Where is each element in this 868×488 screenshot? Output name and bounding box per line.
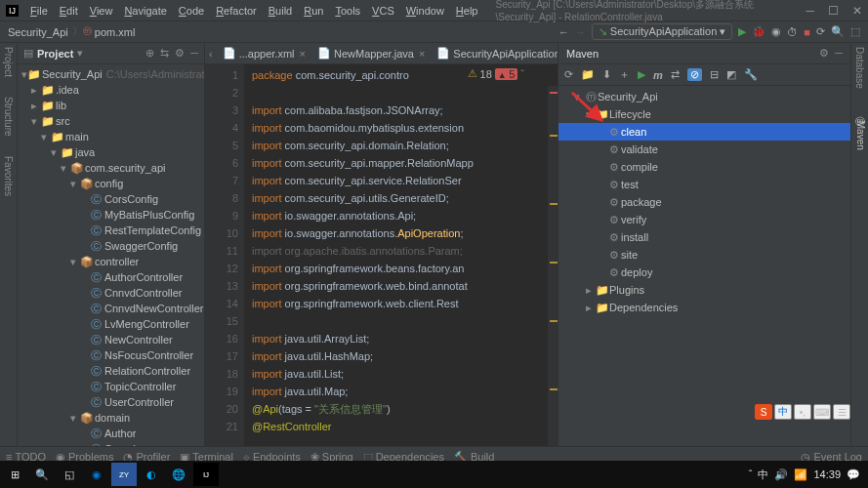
- reload-icon[interactable]: ⟳: [564, 68, 573, 81]
- maven-node-plugins[interactable]: ▸📁Plugins: [558, 281, 850, 299]
- back-icon[interactable]: ←: [558, 26, 569, 38]
- maven-tool-button[interactable]: ⓜ Maven: [853, 108, 867, 150]
- download-icon[interactable]: ⬇: [602, 68, 611, 81]
- ime-keyboard-icon[interactable]: ⌨: [813, 404, 831, 420]
- maven-node-verify[interactable]: ⚙verify: [558, 211, 850, 228]
- maven-node-site[interactable]: ⚙site: [558, 246, 850, 264]
- run-icon[interactable]: ▶: [738, 25, 746, 38]
- app-shortcut[interactable]: ◉: [84, 463, 109, 486]
- error-stripe[interactable]: [548, 86, 558, 446]
- inspection-badge[interactable]: ⚠18 ▲ 5 ˇ: [468, 67, 524, 80]
- generate-icon[interactable]: 📁: [581, 68, 595, 81]
- maven-node-security_api[interactable]: ▾ⓜSecurity_Api: [558, 88, 850, 105]
- ime-logo-icon[interactable]: S: [755, 404, 772, 420]
- coverage-icon[interactable]: ◉: [771, 25, 781, 38]
- maven-node-dependencies[interactable]: ▸📁Dependencies: [558, 299, 850, 316]
- debug-icon[interactable]: 🐞: [752, 25, 765, 38]
- tray-lang-icon[interactable]: 中: [758, 468, 768, 482]
- source-code[interactable]: package com.security_api.contro import c…: [244, 64, 558, 446]
- add-icon[interactable]: ＋: [619, 67, 630, 82]
- app-shortcut[interactable]: ZY: [111, 463, 137, 486]
- show-deps-icon[interactable]: ◩: [726, 68, 736, 81]
- tree-node[interactable]: ▾📦controller: [18, 254, 204, 269]
- tree-node[interactable]: ▾📦com.security_api: [18, 160, 204, 176]
- tree-node[interactable]: ⒸMyBatisPlusConfig: [18, 207, 204, 223]
- tree-node[interactable]: ⒸCnnvdNewController: [18, 301, 204, 316]
- maven-node-package[interactable]: ⚙package: [558, 193, 850, 211]
- search-icon[interactable]: 🔍: [831, 25, 845, 38]
- profile-icon[interactable]: ⏱: [787, 26, 798, 38]
- menu-build[interactable]: Build: [263, 5, 298, 17]
- tray-sound-icon[interactable]: 🔊: [774, 468, 788, 481]
- maven-node-deploy[interactable]: ⚙deploy: [558, 264, 850, 281]
- tree-node[interactable]: ⒸCnnvdController: [18, 285, 204, 301]
- tree-node[interactable]: ▾📦domain: [18, 410, 204, 426]
- ime-punct-icon[interactable]: •,: [794, 404, 811, 420]
- database-tool-button[interactable]: Database: [854, 47, 865, 89]
- offline-icon[interactable]: ⊘: [687, 68, 702, 81]
- gear-icon[interactable]: ⚙: [175, 47, 185, 60]
- tree-node[interactable]: ▾📁main: [18, 129, 204, 144]
- structure-tool-button[interactable]: Structure: [3, 97, 14, 137]
- project-tool-button[interactable]: Project: [3, 47, 14, 77]
- tree-node[interactable]: ⒸNewController: [18, 332, 204, 347]
- tray-net-icon[interactable]: 📶: [794, 468, 807, 481]
- menu-run[interactable]: Run: [298, 5, 329, 17]
- tree-node[interactable]: ⒸAuthorController: [18, 269, 204, 285]
- tray-time[interactable]: 14:39: [813, 468, 841, 480]
- tree-node[interactable]: ⒸUserController: [18, 394, 204, 410]
- menu-vcs[interactable]: VCS: [366, 5, 400, 17]
- stop-icon[interactable]: ■: [804, 26, 810, 38]
- tree-node[interactable]: ⒸTopicController: [18, 379, 204, 394]
- tree-node[interactable]: ⒸLvMengController: [18, 316, 204, 332]
- menu-refactor[interactable]: Refactor: [210, 5, 263, 17]
- maximize-icon[interactable]: ☐: [828, 4, 839, 18]
- maven-node-install[interactable]: ⚙install: [558, 228, 850, 246]
- app-shortcut[interactable]: ◐: [139, 463, 164, 486]
- tree-node[interactable]: ⒸRestTemplateConfig: [18, 223, 204, 238]
- gear-icon[interactable]: ⚙: [819, 47, 829, 60]
- menu-file[interactable]: File: [24, 5, 54, 17]
- system-tray[interactable]: ˆ 中 🔊 📶 14:39 💬: [749, 468, 866, 482]
- chevron-left-icon[interactable]: ‹: [205, 48, 217, 60]
- hide-icon[interactable]: ─: [190, 47, 198, 60]
- tree-node[interactable]: ▸📁.idea: [18, 82, 204, 98]
- maven-node-lifecycle[interactable]: ▾📁Lifecycle: [558, 105, 850, 123]
- favorites-tool-button[interactable]: Favorites: [3, 156, 14, 196]
- hide-icon[interactable]: ─: [835, 47, 843, 60]
- ime-menu-icon[interactable]: ☰: [833, 404, 850, 420]
- tree-node[interactable]: ▾📁java: [18, 144, 204, 160]
- tree-node[interactable]: ⒸRelationController: [18, 363, 204, 379]
- collapse-icon[interactable]: ⇆: [160, 47, 169, 60]
- menu-view[interactable]: View: [84, 5, 119, 17]
- ime-lang-icon[interactable]: 中: [774, 404, 792, 420]
- maven-tree[interactable]: ▾ⓜSecurity_Api▾📁Lifecycle⚙clean⚙validate…: [558, 86, 850, 446]
- execute-icon[interactable]: m: [653, 69, 663, 81]
- menu-edit[interactable]: Edit: [54, 5, 84, 17]
- editor-tab[interactable]: 📄...apper.xml×: [217, 43, 311, 63]
- menu-code[interactable]: Code: [173, 5, 210, 17]
- tree-node[interactable]: ⒸSwaggerConfig: [18, 238, 204, 254]
- maven-node-test[interactable]: ⚙test: [558, 176, 850, 193]
- toggle-icon[interactable]: ⇄: [671, 68, 680, 81]
- skip-tests-icon[interactable]: ⊟: [710, 68, 719, 81]
- maven-node-clean[interactable]: ⚙clean: [558, 123, 850, 141]
- vcs-icon[interactable]: ⟳: [816, 25, 825, 38]
- search-button[interactable]: 🔍: [29, 463, 55, 486]
- start-button[interactable]: ⊞: [2, 463, 27, 486]
- tree-node[interactable]: ▾📁src: [18, 113, 204, 129]
- taskview-button[interactable]: ◱: [57, 463, 82, 486]
- breadcrumb-file[interactable]: pom.xml: [95, 26, 136, 38]
- tree-node[interactable]: ⒸNsFocusController: [18, 347, 204, 363]
- tray-expand-icon[interactable]: ˆ: [749, 468, 753, 480]
- breadcrumb-project[interactable]: Security_Api: [8, 26, 68, 38]
- tree-node[interactable]: ⒸCorsConfig: [18, 191, 204, 207]
- maven-node-compile[interactable]: ⚙compile: [558, 158, 850, 176]
- menu-navigate[interactable]: Navigate: [118, 5, 172, 17]
- menu-window[interactable]: Window: [400, 5, 450, 17]
- tray-notify-icon[interactable]: 💬: [847, 468, 860, 481]
- maven-node-validate[interactable]: ⚙validate: [558, 141, 850, 158]
- forward-icon[interactable]: →: [575, 26, 586, 38]
- menu-help[interactable]: Help: [450, 5, 484, 17]
- tree-node[interactable]: ▸📁lib: [18, 98, 204, 113]
